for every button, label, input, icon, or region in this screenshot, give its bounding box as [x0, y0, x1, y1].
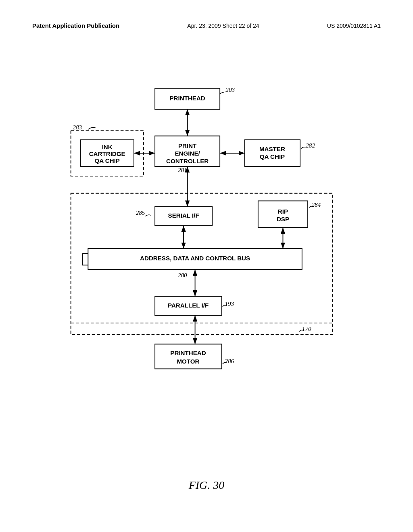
svg-text:PRINT: PRINT	[178, 142, 197, 149]
svg-text:ADDRESS, DATA AND CONTROL BUS: ADDRESS, DATA AND CONTROL BUS	[140, 255, 250, 262]
svg-text:PRINTHEAD: PRINTHEAD	[170, 349, 206, 356]
header: Patent Application Publication Apr. 23, …	[32, 22, 381, 29]
svg-text:282: 282	[306, 142, 315, 149]
svg-text:CARTRIDGE: CARTRIDGE	[89, 150, 125, 157]
svg-text:DSP: DSP	[277, 216, 289, 222]
svg-text:281: 281	[178, 166, 187, 173]
patent-number-label: US 2009/0102811 A1	[327, 23, 381, 29]
svg-text:RIP: RIP	[278, 208, 288, 215]
svg-text:SERIAL I/F: SERIAL I/F	[168, 212, 199, 219]
svg-text:MASTER: MASTER	[259, 145, 285, 152]
figure-label: FIG. 30	[0, 479, 413, 492]
svg-rect-44	[155, 344, 222, 369]
diagram-svg: .box-label { font-family: Arial, sans-se…	[32, 81, 381, 443]
svg-text:PRINTHEAD: PRINTHEAD	[169, 95, 205, 102]
diagram: .box-label { font-family: Arial, sans-se…	[32, 81, 381, 443]
svg-text:203: 203	[225, 86, 235, 93]
svg-text:285: 285	[136, 209, 145, 216]
svg-text:170: 170	[302, 325, 311, 332]
svg-text:PARALLEL I/F: PARALLEL I/F	[168, 302, 209, 309]
svg-text:CONTROLLER: CONTROLLER	[166, 158, 209, 164]
date-sheet-label: Apr. 23, 2009 Sheet 22 of 24	[187, 23, 259, 29]
svg-text:MOTOR: MOTOR	[177, 358, 199, 365]
svg-text:283: 283	[73, 124, 82, 131]
svg-text:286: 286	[225, 357, 234, 364]
svg-text:193: 193	[225, 300, 234, 307]
page: Patent Application Publication Apr. 23, …	[0, 0, 413, 532]
svg-text:INK: INK	[102, 143, 113, 150]
svg-text:QA CHIP: QA CHIP	[260, 153, 285, 160]
svg-text:280: 280	[178, 272, 187, 278]
svg-text:QA CHIP: QA CHIP	[94, 157, 120, 164]
publication-label: Patent Application Publication	[32, 22, 119, 29]
svg-text:ENGINE/: ENGINE/	[175, 150, 200, 157]
